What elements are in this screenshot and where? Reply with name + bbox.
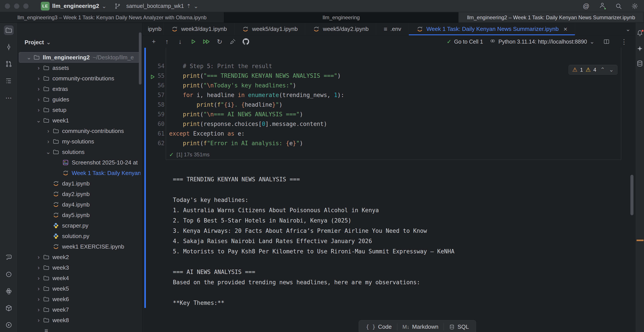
scrollbar-thumb[interactable] [139,32,142,85]
chevron-right-icon[interactable]: › [34,296,43,303]
code-line[interactable]: # Step 5: Print the result [169,61,344,71]
code-line[interactable]: print(response.choices[0].message.conten… [169,119,344,129]
tree-item[interactable]: ›extras [19,84,140,94]
code-line[interactable]: for i, headline in enumerate(trending_ne… [169,90,344,100]
tree-item[interactable]: day2.ipynb [19,189,140,199]
tree-item[interactable]: day5.ipynb [19,210,140,220]
more-options-icon[interactable]: ⋮ [618,37,630,46]
chevron-right-icon[interactable]: › [44,138,52,145]
code-lines[interactable]: # Step 5: Print the result print("=== TR… [169,61,344,148]
chevron-down-icon[interactable]: ⌄ [34,117,43,124]
tree-item[interactable]: ›assets [19,63,140,73]
structure-tool-icon[interactable] [4,76,14,86]
commit-tool-icon[interactable] [4,42,14,52]
window-zoom-button[interactable] [23,3,28,9]
kernel-selector[interactable]: Python 3.11.14: http://localhost:8890 ⌄ [490,38,594,45]
tree-item[interactable]: day4.ipynb [19,199,140,210]
editor-tab[interactable]: ipynb [142,23,164,35]
notifications-bell-icon[interactable] [636,29,644,38]
chevron-right-icon[interactable]: › [34,75,43,82]
add-markdown-cell-button[interactable]: M↓ Markdown [397,321,444,332]
go-to-cell-button[interactable]: ✓ Go to Cell 1 [446,38,483,45]
tree-item[interactable]: ⌄week1 [19,115,140,126]
chevron-right-icon[interactable]: › [34,306,43,313]
chevron-right-icon[interactable]: › [34,96,43,103]
editor-tab[interactable]: week3/day1.ipynb [164,23,234,35]
project-widget[interactable]: LE llm_engineering2 ⌄ [41,2,106,10]
ai-chat-tool-icon[interactable] [4,253,14,262]
hidden-tabs-button[interactable]: ⌄ [621,23,635,35]
tree-item[interactable]: week1 EXERCISE.ipynb [19,241,140,252]
scrollbar-thumb[interactable] [630,175,634,215]
database-tool-icon[interactable] [636,59,644,68]
pull-requests-tool-icon[interactable] [4,59,14,69]
python-packages-tool-icon[interactable] [4,303,14,313]
tree-item[interactable]: ›week8 [19,315,140,326]
tree-item[interactable]: ›week2 [19,252,140,262]
tree-item[interactable]: Week 1 Task: Daily Kenyan News Summarize… [19,168,140,178]
tree-item[interactable]: day1.ipynb [19,178,140,189]
window-tab[interactable]: llm_engineering [224,12,458,22]
chevron-right-icon[interactable]: › [34,285,43,292]
chevron-right-icon[interactable]: › [34,317,43,324]
tree-item[interactable]: ›setup [19,105,140,115]
more-tools-icon[interactable]: ⋯ [4,93,14,103]
code-line[interactable]: print(f"Error in AI analysis: {e}") [169,138,344,148]
search-icon[interactable] [614,2,623,10]
inspections-widget[interactable]: ⚠ 1 ⚠ 4 ⌃ ⌄ [568,65,618,75]
tree-item[interactable]: ›week7 [19,304,140,315]
code-cell[interactable]: # Step 5: Print the result print("=== TR… [166,48,621,160]
editor-tab-active[interactable]: Week 1 Task: Daily Kenyan News Summarize… [409,23,575,35]
code-line[interactable]: print("\n=== AI NEWS ANALYSIS ===") [169,110,344,119]
vcs-widget[interactable]: samuel_bootcamp_wk1 ⇡ ⌄ [114,3,198,10]
prev-problem-icon[interactable]: ⌃ [600,66,605,73]
window-tab[interactable]: llm_engineering3 – Week 1 Task: Kenyan D… [0,12,224,22]
code-line[interactable]: except Exception as e: [169,129,344,138]
tree-item[interactable]: ›week4 [19,273,140,283]
move-cell-up-button[interactable]: ↑ [162,37,172,46]
chevron-right-icon[interactable]: › [34,275,43,282]
move-cell-down-button[interactable]: ↓ [174,37,186,46]
tree-item[interactable]: ›my-solutions [19,136,140,147]
github-icon[interactable] [240,37,251,46]
editor-tab[interactable]: week5/day2.ipynb [305,23,376,35]
run-all-cells-button[interactable] [201,37,212,46]
tree-item[interactable]: scraper.py [19,220,140,231]
services-tool-icon[interactable] [4,320,14,330]
split-editor-icon[interactable] [601,37,612,46]
window-minimize-button[interactable] [14,3,19,9]
editor-tab[interactable]: week5/day1.ipynb [234,23,305,35]
tree-item[interactable]: ⌄llm_engineering2~/Desktop/llm_e [19,52,140,63]
add-code-cell-button[interactable]: { } Code [360,321,397,332]
notebook-editor[interactable]: 545556575859606162 # Step 5: Print the r… [142,48,635,332]
chevron-right-icon[interactable]: › [44,128,52,135]
tree-item[interactable]: solution.py [19,231,140,241]
chevron-right-icon[interactable]: › [34,264,43,271]
next-problem-icon[interactable]: ⌄ [609,66,614,73]
jupyter-variables-tool-icon[interactable] [4,270,14,279]
python-console-tool-icon[interactable] [4,287,14,296]
chevron-right-icon[interactable]: › [34,254,43,261]
tree-item[interactable]: ≡ [19,326,140,332]
code-line[interactable]: print(f"{i}. {headline}") [169,100,344,110]
chevron-down-icon[interactable]: ⌄ [25,54,33,61]
tree-item[interactable]: ›community-contributions [19,73,140,84]
editor-tab[interactable]: ≡ .env [376,23,409,35]
chevron-right-icon[interactable]: › [34,65,43,71]
settings-gear-icon[interactable] [630,2,639,10]
chevron-right-icon[interactable]: › [34,107,43,113]
code-with-me-icon[interactable] [598,2,607,10]
mentions-icon[interactable]: @ [582,2,590,10]
clear-outputs-button[interactable] [227,37,238,46]
restart-kernel-button[interactable]: ↻ [214,37,225,46]
close-icon[interactable]: × [564,25,568,33]
chevron-down-icon[interactable]: ⌄ [44,149,52,156]
add-cell-button[interactable]: + [148,37,159,46]
chevron-right-icon[interactable]: › [34,86,43,92]
window-tab-active[interactable]: llm_engineering2 – Week 1 Task: Daily Ke… [458,12,644,22]
run-cell-button[interactable] [188,37,199,46]
tree-item[interactable]: ›community-contributions [19,126,140,136]
tree-item[interactable]: Screenshot 2025-10-24 at [19,157,140,168]
tree-item[interactable]: ⌄solutions [19,147,140,157]
code-line[interactable]: print("\nToday's key headlines:") [169,81,344,90]
